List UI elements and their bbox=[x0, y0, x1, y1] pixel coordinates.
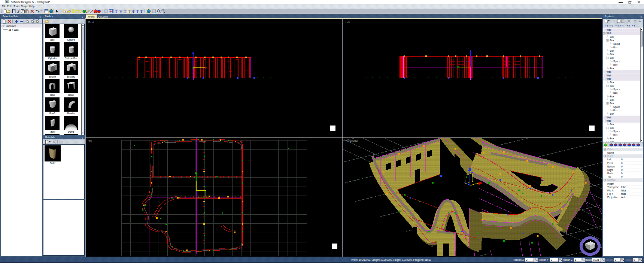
svg-text:Front: Front bbox=[607, 162, 613, 164]
svg-text:Box: Box bbox=[613, 91, 618, 94]
svg-text:Name: Name bbox=[607, 151, 614, 154]
svg-text:Space: Space bbox=[613, 60, 620, 63]
svg-text:Cube: Cube bbox=[607, 148, 613, 151]
svg-text:Wall: Wall bbox=[607, 28, 611, 31]
svg-text:Space: Space bbox=[613, 130, 620, 133]
svg-text:Box: Box bbox=[613, 109, 618, 112]
svg-text:Box: Box bbox=[610, 81, 614, 84]
svg-text:false: false bbox=[621, 193, 626, 195]
svg-text:Box: Box bbox=[610, 102, 614, 105]
svg-text:Box: Box bbox=[610, 127, 614, 129]
svg-text:false: false bbox=[621, 186, 626, 188]
svg-text:Box: Box bbox=[610, 123, 614, 126]
svg-text:26 x Wall: 26 x Wall bbox=[9, 28, 19, 31]
svg-text:Wall: Wall bbox=[607, 120, 611, 122]
svg-text:Back: Back bbox=[607, 172, 613, 175]
svg-text:Flip X: Flip X bbox=[607, 189, 614, 192]
svg-text:Wall: Wall bbox=[607, 32, 611, 34]
svg-text:Left: Left bbox=[607, 158, 611, 161]
svg-text:Box: Box bbox=[610, 99, 614, 101]
svg-text:Projection: Projection bbox=[607, 196, 618, 199]
svg-text:Bottom: Bottom bbox=[607, 165, 615, 168]
svg-text:Flip Y: Flip Y bbox=[607, 193, 614, 196]
svg-text:Wall: Wall bbox=[607, 74, 611, 77]
svg-text:0: 0 bbox=[621, 169, 623, 171]
svg-text:Wall: Wall bbox=[607, 78, 611, 80]
svg-text:Top: Top bbox=[607, 175, 611, 178]
svg-text:Box: Box bbox=[610, 36, 614, 38]
svg-text:Space: Space bbox=[613, 42, 620, 45]
svg-text:0: 0 bbox=[621, 175, 623, 178]
svg-text:Box: Box bbox=[610, 67, 614, 70]
svg-text:0: 0 bbox=[621, 158, 623, 161]
svg-text:Right: Right bbox=[607, 169, 613, 172]
svg-text:Box: Box bbox=[610, 49, 614, 52]
svg-text:Box: Box bbox=[613, 134, 618, 136]
svg-text:Box: Box bbox=[610, 53, 614, 55]
svg-text:0: 0 bbox=[621, 172, 623, 175]
svg-text:Box: Box bbox=[610, 85, 614, 87]
svg-text:Inset: Inset bbox=[607, 155, 613, 157]
svg-text:Space: Space bbox=[613, 106, 620, 109]
svg-text:Wall: Wall bbox=[607, 70, 611, 73]
svg-text:Inherit: Inherit bbox=[607, 182, 614, 185]
svg-text:Auto: Auto bbox=[621, 196, 626, 199]
svg-text:Box: Box bbox=[610, 57, 614, 59]
svg-text:Box: Box bbox=[610, 39, 614, 42]
svg-text:Transpose: Transpose bbox=[607, 186, 619, 189]
svg-text:unnamed: unnamed bbox=[6, 25, 16, 27]
svg-text:Surface: Surface bbox=[607, 179, 616, 181]
svg-text:Space: Space bbox=[613, 88, 620, 91]
svg-text:0: 0 bbox=[621, 165, 623, 168]
svg-text:Box: Box bbox=[610, 95, 614, 98]
svg-text:0: 0 bbox=[621, 162, 623, 164]
svg-text:false: false bbox=[621, 189, 626, 192]
svg-text:Box: Box bbox=[613, 64, 618, 66]
svg-text:Box: Box bbox=[610, 112, 614, 115]
svg-text:Box: Box bbox=[610, 137, 614, 140]
svg-text:Wall: Wall bbox=[607, 116, 611, 119]
svg-text:Box: Box bbox=[610, 140, 614, 142]
svg-text:Box: Box bbox=[613, 46, 618, 49]
